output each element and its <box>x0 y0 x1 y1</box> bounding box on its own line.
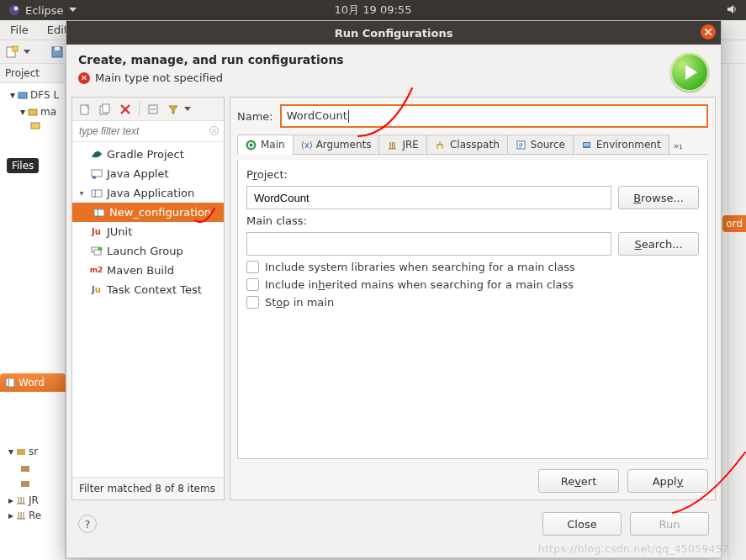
menu-file[interactable]: File <box>5 22 34 38</box>
tree-item-pkg1[interactable] <box>20 461 30 476</box>
error-icon: ✕ <box>78 72 90 84</box>
main-class-label: Main class: <box>246 214 699 227</box>
tree-item-jre[interactable]: ▸ JR <box>8 494 39 506</box>
tree-item-launch-group[interactable]: Launch Group <box>72 241 224 261</box>
right-gutter <box>727 64 746 560</box>
dialog-titlebar[interactable]: Run Configurations <box>66 21 721 45</box>
editor-tab-word[interactable]: J Word <box>0 373 66 392</box>
tree-item-ref[interactable]: ▸ Re <box>8 510 41 521</box>
eclipse-icon <box>8 4 20 16</box>
watermark: https://blog.csdn.net/qq_45059457 <box>538 543 729 555</box>
name-input[interactable]: WordCount <box>280 104 708 128</box>
help-button[interactable]: ? <box>78 515 97 533</box>
dialog-title: Run Configurations <box>335 27 453 40</box>
save-icon[interactable] <box>50 45 64 59</box>
config-tree[interactable]: Gradle Project Java Applet ▾JJava Applic… <box>72 142 224 477</box>
os-top-bar: Eclipse 10月 19 09:55 <box>0 0 746 20</box>
svg-text:J: J <box>7 379 9 387</box>
config-editor-panel: Name: WordCount Main (x)= Arguments JRE <box>230 97 716 500</box>
dialog-footer: ? Close Run <box>66 500 721 547</box>
name-row: Name: WordCount <box>237 104 708 128</box>
run-button[interactable]: Run <box>630 512 709 536</box>
svg-point-1 <box>14 7 19 11</box>
svg-point-27 <box>98 246 102 251</box>
svg-rect-12 <box>21 466 29 472</box>
tab-source[interactable]: Source <box>507 135 574 154</box>
browse-button[interactable]: Browse... <box>618 186 699 209</box>
svg-text:J: J <box>96 209 98 217</box>
tab-classpath[interactable]: Classpath <box>426 135 508 154</box>
dialog-heading: Create, manage, and run configurations <box>78 53 670 66</box>
dropdown-icon[interactable] <box>24 50 30 55</box>
filter-status: Filter matched 8 of 8 items <box>72 477 224 499</box>
tab-jre[interactable]: JRE <box>378 135 426 154</box>
checkbox-icon <box>246 278 259 291</box>
main-class-input[interactable] <box>246 232 611 256</box>
tree-item-junit[interactable]: JuJUnit <box>72 222 224 241</box>
project-explorer-header: Project <box>0 64 65 83</box>
run-configurations-dialog: Run Configurations Create, manage, and r… <box>66 20 722 558</box>
chk-include-inherited[interactable]: Include inherited mains when searching f… <box>246 278 699 291</box>
delete-config-button[interactable] <box>116 100 135 119</box>
revert-button[interactable]: Revert <box>538 469 619 493</box>
app-menu[interactable]: Eclipse <box>8 4 77 17</box>
close-button[interactable] <box>701 24 716 40</box>
tab-overflow[interactable]: »₁ <box>669 138 688 154</box>
jre-tab-icon <box>387 140 398 151</box>
collapse-all-button[interactable] <box>144 100 162 119</box>
duplicate-config-button[interactable] <box>96 100 114 119</box>
arguments-tab-icon: (x)= <box>301 140 312 151</box>
svg-rect-11 <box>17 449 25 455</box>
run-icon <box>670 53 709 92</box>
classpath-tab-icon <box>435 140 446 151</box>
svg-text:(x)=: (x)= <box>301 140 312 150</box>
dropdown-icon[interactable] <box>184 107 191 112</box>
apply-button[interactable]: Apply <box>627 469 708 493</box>
svg-rect-19 <box>92 170 102 177</box>
tree-item-gradle[interactable]: Gradle Project <box>72 145 224 164</box>
tree-item-maven-build[interactable]: m2Maven Build <box>72 261 224 280</box>
project-input[interactable] <box>246 186 611 209</box>
error-text: Main type not specified <box>95 71 223 84</box>
tree-item-pkg2[interactable] <box>20 476 30 491</box>
filter-button[interactable] <box>164 100 183 119</box>
close-button-footer[interactable]: Close <box>542 512 622 536</box>
environment-tab-icon <box>581 140 592 151</box>
svg-rect-16 <box>103 104 109 113</box>
dialog-header: Create, manage, and run configurations ✕… <box>66 45 721 97</box>
clear-filter-icon[interactable] <box>209 125 219 138</box>
checkbox-icon <box>246 296 259 309</box>
tab-main[interactable]: Main <box>237 135 294 154</box>
svg-point-30 <box>250 143 253 146</box>
project-label: Project: <box>246 168 699 181</box>
files-tooltip: Files <box>7 158 39 173</box>
filter-input[interactable] <box>72 121 224 141</box>
tree-item-java-applet[interactable]: Java Applet <box>72 164 224 183</box>
tab-arguments[interactable]: (x)= Arguments <box>293 135 380 154</box>
svg-rect-13 <box>21 481 29 487</box>
svg-rect-6 <box>19 92 27 98</box>
project-tree[interactable]: ▾ DFS L ▾ ma <box>0 83 65 134</box>
tree-item-task-context[interactable]: JuTask Context Test <box>72 280 224 299</box>
tree-item-src[interactable]: ▾ sr <box>8 444 38 459</box>
name-label: Name: <box>237 110 273 123</box>
search-button[interactable]: Search... <box>618 232 699 256</box>
tree-item-new-configuration[interactable]: JNew_configuration <box>72 203 224 222</box>
svg-point-0 <box>9 5 19 15</box>
tree-item-java-application[interactable]: ▾JJava Application <box>72 183 224 203</box>
new-icon[interactable] <box>5 45 19 59</box>
chk-stop-in-main[interactable]: Stop in main <box>246 296 699 309</box>
svg-rect-7 <box>29 109 37 115</box>
svg-text:J: J <box>93 190 96 198</box>
tab-environment[interactable]: Environment <box>573 135 669 154</box>
app-name: Eclipse <box>25 4 64 17</box>
volume-icon[interactable] <box>726 3 738 18</box>
clock: 10月 19 09:55 <box>335 3 412 18</box>
chk-include-system-libs[interactable]: Include system libraries when searching … <box>246 261 699 273</box>
main-tab-body: Project: Browse... Main class: Search...… <box>237 160 708 459</box>
peek-tab-word[interactable]: ord <box>722 215 746 232</box>
new-config-button[interactable] <box>76 100 94 119</box>
svg-rect-21 <box>92 190 102 197</box>
tree-toolbar <box>72 98 224 121</box>
filter-box[interactable] <box>72 121 224 142</box>
